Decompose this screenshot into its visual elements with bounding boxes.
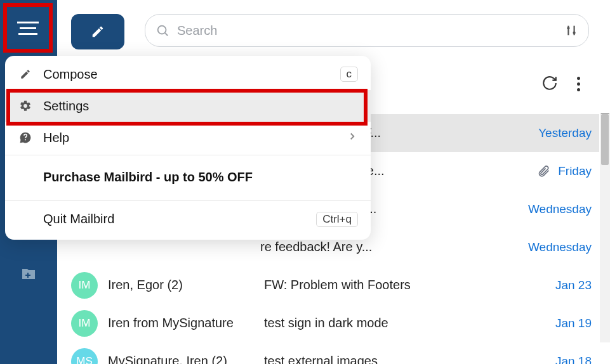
sender-name: Iren, Egor (2) xyxy=(108,278,254,292)
search-input[interactable] xyxy=(177,23,557,38)
email-date: Jan 18 xyxy=(555,354,592,365)
email-row[interactable]: IMIren from MySignaturetest sign in dark… xyxy=(63,304,599,342)
sender-name: MySignature, Iren (2) xyxy=(108,354,254,364)
menu-item-quit[interactable]: Quit Mailbird Ctrl+q xyxy=(5,200,371,237)
menu-item-purchase[interactable]: Purchase Mailbird - up to 50% OFF xyxy=(5,155,371,199)
menu-label: Quit Mailbird xyxy=(43,212,306,226)
refresh-button[interactable] xyxy=(541,75,558,94)
search-options-icon[interactable] xyxy=(564,23,578,37)
menu-label: Settings xyxy=(43,99,358,114)
scrollbar-thumb[interactable] xyxy=(601,114,609,165)
email-date: Wednesday xyxy=(528,202,592,216)
help-icon xyxy=(18,131,33,144)
main-menu-dropdown: Compose c Settings Help Purchase Mailbir… xyxy=(5,56,371,240)
chevron-right-icon xyxy=(347,131,358,145)
menu-label: Help xyxy=(43,131,336,145)
list-header-actions xyxy=(541,73,588,95)
svg-line-1 xyxy=(165,33,168,36)
email-subject: test external images xyxy=(264,354,545,364)
attachment-icon xyxy=(538,165,550,178)
menu-item-settings[interactable]: Settings xyxy=(5,90,371,122)
scrollbar[interactable] xyxy=(600,114,610,342)
add-folder-icon[interactable] xyxy=(0,266,57,282)
menu-label: Purchase Mailbird - up to 50% OFF xyxy=(43,170,358,185)
svg-rect-5 xyxy=(573,26,574,36)
sender-name: Iren from MySignature xyxy=(108,316,254,330)
gear-icon xyxy=(18,100,33,112)
shortcut-key: c xyxy=(340,67,359,82)
search-icon xyxy=(156,23,169,37)
email-row[interactable]: MSMySignature, Iren (2)test external ima… xyxy=(63,342,599,364)
email-date: Wednesday xyxy=(528,240,592,254)
hamburger-highlight-box xyxy=(3,3,53,53)
shortcut-key: Ctrl+q xyxy=(316,212,358,227)
more-options-button[interactable] xyxy=(569,73,588,95)
menu-item-help[interactable]: Help xyxy=(5,122,371,153)
email-subject: FW: Problem with Footers xyxy=(264,278,545,292)
hamburger-menu-button[interactable] xyxy=(10,10,46,46)
avatar: MS xyxy=(71,348,98,365)
menu-item-compose[interactable]: Compose c xyxy=(5,58,371,90)
email-date: Yesterday xyxy=(538,126,592,140)
pencil-icon xyxy=(18,68,33,80)
email-date: Jan 19 xyxy=(555,316,592,330)
avatar: IM xyxy=(71,310,98,337)
email-subject: test sign in dark mode xyxy=(264,316,545,330)
pencil-icon xyxy=(91,25,105,39)
search-bar xyxy=(145,14,589,47)
menu-label: Compose xyxy=(43,67,330,82)
avatar: IM xyxy=(71,272,98,299)
email-subject: re feedback! Are y... xyxy=(260,240,518,254)
email-row[interactable]: IMIren, Egor (2)FW: Problem with Footers… xyxy=(63,266,599,304)
svg-point-0 xyxy=(158,26,166,34)
email-date: Jan 23 xyxy=(555,278,592,292)
compose-button[interactable] xyxy=(71,14,124,49)
email-date: Friday xyxy=(558,164,592,178)
svg-rect-3 xyxy=(567,26,569,36)
